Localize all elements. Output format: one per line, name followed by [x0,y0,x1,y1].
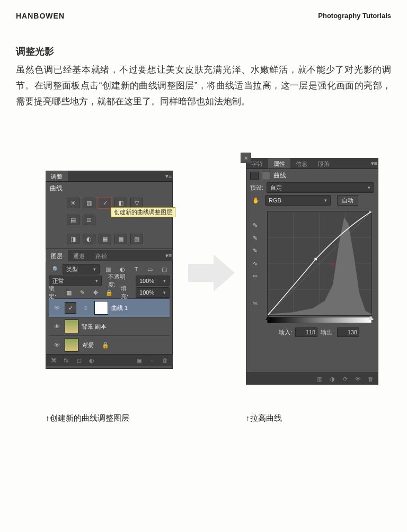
layer-thumb[interactable] [65,338,78,352]
adjustment-layer-icon[interactable]: ◐ [88,357,95,364]
properties-curves-panel: ✕ 字符 属性 信息 段落 ▾≡ 曲线 预设: 自定▾ ✋ RGB▾ 自 [246,158,378,385]
search-icon[interactable]: 🔎 [49,264,59,274]
preset-row: 预设: 自定▾ [246,181,378,194]
properties-tab-strip: 字符 属性 信息 段落 ▾≡ [246,158,378,169]
tab-paragraph[interactable]: 段落 [313,158,335,169]
preset-select[interactable]: 自定▾ [267,182,374,193]
output-value[interactable]: 138 [337,327,359,337]
toggle-visibility-icon[interactable]: 👁 [354,376,361,382]
bw-icon[interactable]: ◨ [67,234,79,244]
adjustments-tabs: 调整 ▾≡ [46,171,173,182]
tab-info[interactable]: 信息 [290,158,313,169]
trash-icon[interactable]: 🗑 [161,357,169,364]
layer-name: 背景 副本 [82,323,107,331]
close-panel-icon[interactable]: ✕ [241,153,251,163]
tab-channels[interactable]: 通道 [68,250,90,261]
panel-menu-icon[interactable]: ▾≡ [164,171,173,181]
tab-adjustments[interactable]: 调整 [46,171,68,181]
exposure-icon[interactable]: ◧ [114,198,127,208]
edit-points-icon[interactable]: ∿ [249,259,261,268]
io-row: 输入: 118 输出: 138 [267,327,371,337]
properties-title: 曲线 [273,171,286,180]
opacity-value: 100% [139,278,154,284]
invert-icon[interactable]: ▧ [130,234,143,244]
properties-footer: ▥ ◑ ⟳ 👁 🗑 [246,373,378,385]
lut-icon[interactable]: ▩ [114,234,127,244]
adjustment-heading: 曲线 [46,182,173,194]
visibility-toggle-icon[interactable]: 👁 [52,342,61,348]
view-previous-icon[interactable]: ◑ [329,376,336,383]
article-heading: 调整光影 [16,45,391,58]
caption-left: ↑创建新的曲线调整图层 [46,413,129,423]
more-icon[interactable]: ▽ [130,198,143,208]
tab-properties[interactable]: 属性 [268,158,290,169]
layer-item-curves1[interactable]: 👁 ✓ ▯ 曲线 1 [49,298,170,317]
eyedropper-white-icon[interactable]: ✎ [249,246,261,255]
visibility-toggle-icon[interactable]: 👁 [52,323,61,330]
tab-paths[interactable]: 路径 [90,250,112,261]
eyedropper-gray-icon[interactable]: ✎ [249,233,261,243]
page: HANBOWEN Photography Tutorials 调整光影 虽然色调… [0,0,407,532]
curves-icon[interactable]: ✓ [99,198,111,208]
arrow-right-icon [188,254,236,291]
input-gradient[interactable] [267,317,372,323]
lock-all-icon[interactable]: 🔒 [104,288,114,297]
curve-side-tools: ✎ ✎ ✎ ∿ ✏ ᴬA [249,220,262,308]
svg-rect-8 [369,211,371,212]
fill-label: 填充: [121,285,132,300]
brightness-contrast-icon[interactable]: ☀ [67,198,79,208]
channel-hand-icon[interactable]: ✋ [250,196,262,205]
output-label: 输出: [321,329,334,336]
channel-mixer-icon[interactable]: ▦ [99,234,111,244]
hue-sat-icon[interactable]: ⚖ [83,215,95,225]
curves-tooltip: 创建新的曲线调整图层 [111,207,175,217]
article-paragraph: 虽然色调已经基本就绪，不过要想让美女皮肤充满光泽、水嫩鲜活，就不能少了对光影的调… [16,62,391,109]
filter-smart-icon[interactable]: ▢ [159,264,170,274]
tab-layers[interactable]: 图层 [46,250,68,261]
curve-point-mid[interactable] [314,258,317,261]
layer-link-icon[interactable]: ▯ [79,303,91,313]
lock-paint-icon[interactable]: ✎ [77,288,87,297]
channel-select[interactable]: RGB▾ [265,195,331,206]
new-layer-icon[interactable]: ▫ [148,357,156,364]
input-value[interactable]: 118 [295,327,317,337]
fx-icon[interactable]: fx [63,357,70,364]
layer-thumb[interactable] [65,320,78,333]
link-layers-icon[interactable]: ⌘ [50,357,57,364]
filter-shape-icon[interactable]: ▭ [145,264,155,274]
group-icon[interactable]: ▣ [136,357,143,364]
tagline-text: Photography Tutorials [318,12,391,20]
lock-trans-icon[interactable]: ▦ [64,288,74,297]
lock-pos-icon[interactable]: ✥ [91,288,101,297]
eyedropper-black-icon[interactable]: ✎ [249,220,261,230]
caps-icon[interactable]: ᴬA [249,299,261,308]
levels-icon[interactable]: ▥ [83,198,95,208]
photo-filter-icon[interactable]: ◐ [83,234,95,244]
trash-icon[interactable]: 🗑 [367,376,374,382]
vibrance-icon[interactable]: ▤ [67,215,79,225]
preset-value: 自定 [270,184,282,192]
blend-mode-value: 正常 [52,277,64,285]
mask-icon[interactable]: ◻ [75,357,83,364]
auto-button[interactable]: 自动 [337,195,358,206]
channel-value: RGB [269,197,281,203]
visibility-toggle-icon[interactable]: 👁 [52,305,61,311]
filter-type-select[interactable]: 类型▾ [63,264,100,274]
draw-curve-icon[interactable]: ✏ [249,271,261,281]
clip-to-layer-icon[interactable]: ▥ [316,376,323,383]
reset-icon[interactable]: ⟳ [341,376,349,383]
preset-label: 预设: [250,184,263,192]
mask-thumb[interactable] [94,301,108,315]
input-label: 输入: [279,329,292,336]
panel-menu-icon[interactable]: ▾≡ [370,158,378,169]
layer-item-bg[interactable]: 👁 背景 🔒 [49,335,170,354]
fill-select[interactable]: 100%▾ [136,287,170,298]
layers-menu-icon[interactable]: ▾≡ [164,250,173,261]
curves-graph[interactable] [267,211,372,316]
layers-tab-strip: 图层 通道 路径 ▾≡ [46,250,173,261]
layers-body: 🔎 类型▾ ▧ ◐ T ▭ ▢ 正常▾ 不透明度: 100%▾ [46,261,173,354]
layer-name: 曲线 1 [111,304,128,312]
layer-item-bgcopy[interactable]: 👁 背景 副本 [49,317,170,335]
opacity-select[interactable]: 100%▾ [136,276,170,286]
filter-type-icon[interactable]: T [131,264,141,274]
